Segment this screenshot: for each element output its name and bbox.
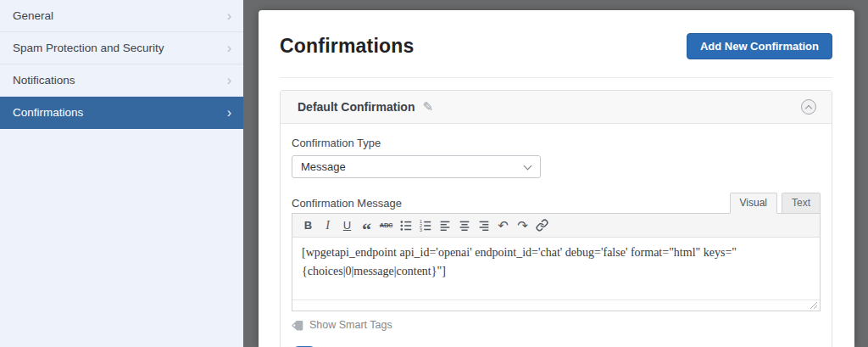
blockquote-icon[interactable]: “ [357,216,376,235]
chevron-right-icon: › [227,42,231,55]
confirmations-panel: Confirmations Add New Confirmation Defau… [259,10,854,347]
link-icon[interactable] [532,216,552,235]
add-new-confirmation-button[interactable]: Add New Confirmation [687,33,832,59]
svg-text:3: 3 [419,227,421,232]
align-center-icon[interactable] [454,216,474,235]
bullet-list-icon[interactable] [396,216,415,235]
confirmation-message-label: Confirmation Message [292,197,402,210]
selected-option-label: Message [301,160,346,173]
ordered-list-icon[interactable]: 1 2 3 [415,216,435,235]
sidebar-item-general[interactable]: General › [0,0,243,32]
tab-text[interactable]: Text [782,193,821,214]
show-smart-tags-link[interactable]: Show Smart Tags [292,319,821,331]
confirmation-type-select[interactable]: Message [292,155,541,178]
shortcode-line: {choices|0|message|content}"] [302,262,810,281]
section-header: Default Confirmation ✎ [281,91,832,124]
chevron-right-icon: › [227,9,231,23]
bold-icon[interactable]: B [298,216,318,235]
rich-text-editor: B I U “ ABC [292,213,821,311]
header-divider [280,77,832,78]
edit-pencil-icon[interactable]: ✎ [422,99,433,115]
settings-sidebar: General › Spam Protection and Security ›… [0,0,243,347]
align-right-icon[interactable] [474,216,493,235]
sidebar-item-confirmations[interactable]: Confirmations › [0,97,243,129]
sidebar-item-label: Notifications [13,74,75,87]
sidebar-item-label: Confirmations [13,106,83,119]
confirmation-type-label: Confirmation Type [292,137,821,149]
collapse-section-button[interactable] [801,99,816,115]
page-title: Confirmations [280,35,415,58]
show-smart-tags-label: Show Smart Tags [309,319,392,331]
editor-content-area[interactable]: [wpgetapi_endpoint api_id='openai' endpo… [292,238,820,299]
section-title: Default Confirmation [298,100,415,114]
underline-icon[interactable]: U [337,216,357,235]
shortcode-line: [wpgetapi_endpoint api_id='openai' endpo… [302,243,810,262]
sidebar-item-notifications[interactable]: Notifications › [0,64,243,97]
editor-mode-tabs: Visual Text [730,193,821,214]
redo-icon[interactable]: ↷ [513,216,532,235]
undo-icon[interactable]: ↶ [493,216,513,235]
italic-icon[interactable]: I [318,216,337,235]
strikethrough-icon[interactable]: ABC [376,216,396,235]
chevron-down-icon [524,162,532,171]
sidebar-item-label: General [13,9,53,22]
align-left-icon[interactable] [435,216,454,235]
sidebar-item-spam-protection[interactable]: Spam Protection and Security › [0,32,243,64]
sidebar-item-label: Spam Protection and Security [13,42,164,54]
editor-statusbar [292,299,820,311]
resize-grip-icon[interactable] [810,301,818,310]
chevron-up-icon [805,105,812,112]
chevron-right-icon: › [227,106,231,120]
main-backdrop: Confirmations Add New Confirmation Defau… [243,0,868,347]
default-confirmation-section: Default Confirmation ✎ Confirmation Type… [280,90,832,347]
tag-icon [292,320,303,331]
tab-visual[interactable]: Visual [730,193,777,214]
editor-toolbar: B I U “ ABC [292,214,820,238]
chevron-right-icon: › [227,74,231,87]
